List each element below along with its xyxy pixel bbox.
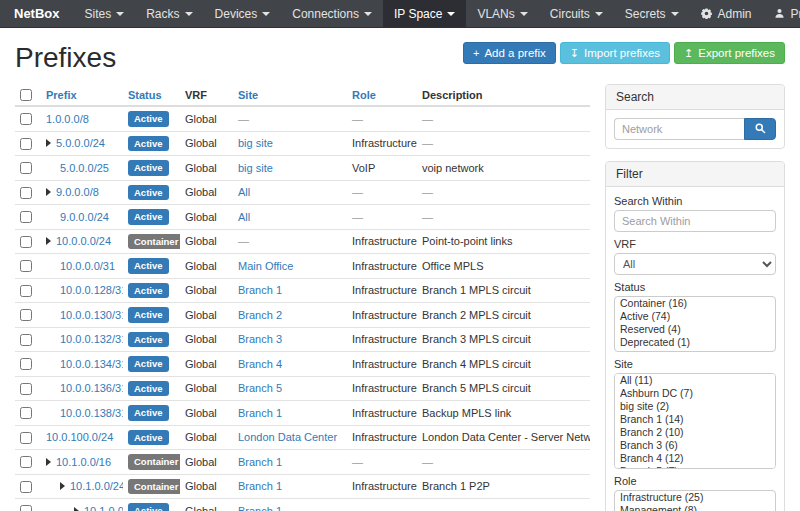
prefix-link[interactable]: 9.0.0.0/8 bbox=[56, 186, 99, 198]
nav-item-devices[interactable]: Devices bbox=[204, 0, 282, 27]
row-checkbox[interactable] bbox=[20, 432, 32, 444]
prefix-link[interactable]: 10.0.100.0/24 bbox=[46, 431, 113, 443]
row-checkbox[interactable] bbox=[20, 309, 32, 321]
filter-option[interactable]: Branch 4 (12) bbox=[615, 452, 775, 465]
filter-option[interactable]: Branch 5 (7) bbox=[615, 465, 775, 469]
status-badge[interactable]: Container bbox=[128, 234, 180, 250]
status-badge[interactable]: Active bbox=[128, 503, 169, 511]
column-header-prefix[interactable]: Prefix bbox=[46, 89, 77, 101]
row-checkbox[interactable] bbox=[20, 407, 32, 419]
site-link[interactable]: All bbox=[238, 186, 250, 198]
row-checkbox[interactable] bbox=[20, 505, 32, 511]
row-checkbox[interactable] bbox=[20, 334, 32, 346]
nav-item-secrets[interactable]: Secrets bbox=[614, 0, 690, 27]
search-button[interactable] bbox=[744, 118, 776, 140]
row-checkbox[interactable] bbox=[20, 481, 32, 493]
status-badge[interactable]: Active bbox=[128, 332, 169, 348]
import-prefixes-button[interactable]: ↧Import prefixes bbox=[560, 42, 670, 64]
status-badge[interactable]: Active bbox=[128, 381, 169, 397]
prefix-link[interactable]: 10.0.0.134/31 bbox=[60, 358, 123, 370]
site-link[interactable]: Branch 4 bbox=[238, 358, 282, 370]
row-checkbox[interactable] bbox=[20, 456, 32, 468]
nav-item-sites[interactable]: Sites bbox=[74, 0, 136, 27]
prefix-link[interactable]: 10.0.0.136/31 bbox=[60, 382, 123, 394]
column-header-status[interactable]: Status bbox=[128, 89, 162, 101]
filter-option[interactable]: All (11) bbox=[615, 374, 775, 387]
prefix-link[interactable]: 5.0.0.0/25 bbox=[60, 162, 109, 174]
role-filter-listbox[interactable]: Infrastructure (25)Management (8)Private… bbox=[614, 490, 776, 511]
vrf-select[interactable]: All bbox=[614, 253, 776, 275]
filter-option[interactable]: Container (16) bbox=[615, 297, 775, 310]
prefix-link[interactable]: 1.0.0.0/8 bbox=[46, 113, 89, 125]
filter-option[interactable]: Deprecated (1) bbox=[615, 336, 775, 349]
nav-item-ip-space[interactable]: IP Space bbox=[383, 0, 466, 27]
site-link[interactable]: Branch 1 bbox=[238, 407, 282, 419]
status-badge[interactable]: Active bbox=[128, 209, 169, 225]
site-link[interactable]: All bbox=[238, 211, 250, 223]
site-link[interactable]: Branch 1 bbox=[238, 456, 282, 468]
status-badge[interactable]: Active bbox=[128, 356, 169, 372]
site-link[interactable]: Branch 2 bbox=[238, 309, 282, 321]
site-link[interactable]: Branch 5 bbox=[238, 382, 282, 394]
prefix-link[interactable]: 10.1.0.0/25 bbox=[84, 505, 123, 511]
nav-item-circuits[interactable]: Circuits bbox=[539, 0, 614, 27]
nav-item-connections[interactable]: Connections bbox=[281, 0, 383, 27]
filter-option[interactable]: Branch 2 (10) bbox=[615, 426, 775, 439]
row-checkbox[interactable] bbox=[20, 285, 32, 297]
site-link[interactable]: Branch 1 bbox=[238, 480, 282, 492]
filter-option[interactable]: Active (74) bbox=[615, 310, 775, 323]
site-link[interactable]: Main Office bbox=[238, 260, 293, 272]
filter-option[interactable]: Branch 1 (14) bbox=[615, 413, 775, 426]
prefix-link[interactable]: 9.0.0.0/24 bbox=[60, 211, 109, 223]
brand-logo[interactable]: NetBox bbox=[0, 0, 74, 27]
prefix-link[interactable]: 10.0.0.138/31 bbox=[60, 407, 123, 419]
row-checkbox[interactable] bbox=[20, 187, 32, 199]
status-badge[interactable]: Active bbox=[128, 185, 169, 201]
nav-item-vlans[interactable]: VLANs bbox=[466, 0, 538, 27]
status-badge[interactable]: Active bbox=[128, 160, 169, 176]
filter-option[interactable]: Infrastructure (25) bbox=[615, 491, 775, 504]
row-checkbox[interactable] bbox=[20, 113, 32, 125]
row-checkbox[interactable] bbox=[20, 138, 32, 150]
status-badge[interactable]: Active bbox=[128, 283, 169, 299]
status-badge[interactable]: Container bbox=[128, 454, 180, 470]
status-badge[interactable]: Active bbox=[128, 405, 169, 421]
row-checkbox[interactable] bbox=[20, 236, 32, 248]
status-badge[interactable]: Active bbox=[128, 111, 169, 127]
status-badge[interactable]: Active bbox=[128, 258, 169, 274]
row-checkbox[interactable] bbox=[20, 358, 32, 370]
nav-item-admin[interactable]: Admin bbox=[690, 0, 763, 27]
search-within-input[interactable] bbox=[614, 210, 776, 232]
filter-option[interactable]: Reserved (4) bbox=[615, 323, 775, 336]
site-link[interactable]: big site bbox=[238, 162, 273, 174]
prefix-link[interactable]: 10.0.0.0/31 bbox=[60, 260, 115, 272]
column-header-role[interactable]: Role bbox=[352, 89, 376, 101]
status-badge[interactable]: Active bbox=[128, 430, 169, 446]
prefix-link[interactable]: 10.0.0.0/24 bbox=[56, 235, 111, 247]
select-all-checkbox[interactable] bbox=[20, 89, 32, 101]
site-link[interactable]: Branch 1 bbox=[238, 505, 282, 511]
site-link[interactable]: Branch 3 bbox=[238, 333, 282, 345]
site-link[interactable]: London Data Center bbox=[238, 431, 337, 443]
prefix-link[interactable]: 10.1.0.0/24 bbox=[70, 480, 123, 492]
filter-option[interactable]: Branch 3 (6) bbox=[615, 439, 775, 452]
row-checkbox[interactable] bbox=[20, 211, 32, 223]
site-filter-listbox[interactable]: All (11)Ashburn DC (7)big site (2)Branch… bbox=[614, 373, 776, 469]
row-checkbox[interactable] bbox=[20, 162, 32, 174]
status-filter-listbox[interactable]: Container (16)Active (74)Reserved (4)Dep… bbox=[614, 296, 776, 352]
site-link[interactable]: big site bbox=[238, 137, 273, 149]
prefix-link[interactable]: 10.0.0.130/31 bbox=[60, 309, 123, 321]
prefix-link[interactable]: 5.0.0.0/24 bbox=[56, 137, 105, 149]
prefix-link[interactable]: 10.0.0.128/31 bbox=[60, 284, 123, 296]
row-checkbox[interactable] bbox=[20, 383, 32, 395]
site-link[interactable]: Branch 1 bbox=[238, 284, 282, 296]
status-badge[interactable]: Container bbox=[128, 479, 180, 495]
filter-option[interactable]: Management (8) bbox=[615, 504, 775, 511]
prefix-link[interactable]: 10.0.0.132/31 bbox=[60, 333, 123, 345]
search-input[interactable] bbox=[614, 118, 744, 140]
status-badge[interactable]: Active bbox=[128, 307, 169, 323]
nav-item-profile[interactable]: Profile bbox=[763, 0, 800, 27]
prefix-link[interactable]: 10.1.0.0/16 bbox=[56, 456, 111, 468]
status-badge[interactable]: Active bbox=[128, 136, 169, 152]
filter-option[interactable]: big site (2) bbox=[615, 400, 775, 413]
